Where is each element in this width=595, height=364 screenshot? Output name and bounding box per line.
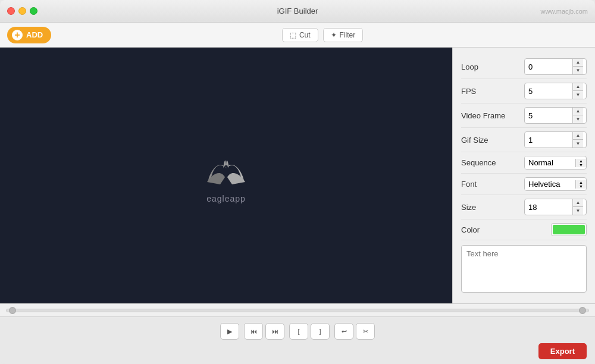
preview-area: eagleapp xyxy=(0,48,452,303)
toolbar: + ADD ⬚ Cut ✦ Filter xyxy=(0,23,595,48)
loop-input[interactable] xyxy=(525,61,572,73)
gif-size-increment[interactable]: ▲ xyxy=(573,132,583,140)
toolbar-center: ⬚ Cut ✦ Filter xyxy=(57,28,588,42)
timeline-track[interactable] xyxy=(6,309,589,312)
fps-row: FPS ▲ ▼ xyxy=(461,79,587,103)
fps-increment[interactable]: ▲ xyxy=(573,83,583,91)
video-frame-stepper: ▲ ▼ xyxy=(572,108,583,123)
loop-stepper: ▲ ▼ xyxy=(572,59,583,74)
minimize-button[interactable] xyxy=(18,7,26,15)
video-frame-input[interactable] xyxy=(525,109,572,122)
sequence-label: Sequence xyxy=(461,158,509,167)
traffic-lights xyxy=(7,7,37,15)
maximize-button[interactable] xyxy=(30,7,37,15)
loop-input-wrap: ▲ ▼ xyxy=(524,58,587,75)
plus-icon: + xyxy=(12,30,23,40)
color-label: Color xyxy=(461,225,509,234)
gif-size-select-wrap: ▲ ▼ xyxy=(524,131,587,148)
bottom-area: ▶ ⏮ ⏭ [ ] ↩ ✂ Export xyxy=(0,303,595,364)
fps-label: FPS xyxy=(461,87,509,96)
undo-button[interactable]: ↩ xyxy=(334,323,353,340)
sequence-select-wrap: Normal Reverse Ping-Pong ▲▼ xyxy=(524,156,587,170)
app-name-label: eagleapp xyxy=(206,194,246,203)
font-row: Font Helvetica Arial Times New Roman Geo… xyxy=(461,174,587,195)
export-button[interactable]: Export xyxy=(538,343,587,359)
cut-label: Cut xyxy=(299,31,311,39)
controls-row: ▶ ⏮ ⏭ [ ] ↩ ✂ xyxy=(0,317,595,343)
filter-button[interactable]: ✦ Filter xyxy=(323,28,364,42)
gif-size-input[interactable] xyxy=(525,134,572,146)
size-input-wrap: ▲ ▼ xyxy=(524,199,587,215)
main-content: eagleapp Loop ▲ ▼ FPS ▲ ▼ xyxy=(0,48,595,303)
size-decrement[interactable]: ▼ xyxy=(573,207,583,215)
color-swatch xyxy=(553,225,585,234)
scissors-button[interactable]: ✂ xyxy=(356,323,375,340)
font-select-arrow: ▲▼ xyxy=(575,180,586,189)
skip-forward-button[interactable]: ⏭ xyxy=(265,323,284,340)
loop-increment[interactable]: ▲ xyxy=(573,59,583,67)
font-select-wrap: Helvetica Arial Times New Roman Georgia … xyxy=(524,177,587,191)
color-row: Color xyxy=(461,219,587,240)
video-frame-input-wrap: ▲ ▼ xyxy=(524,107,587,124)
fps-input-wrap: ▲ ▼ xyxy=(524,83,587,99)
filter-label: Filter xyxy=(340,31,356,39)
loop-decrement[interactable]: ▼ xyxy=(573,67,583,74)
size-input[interactable] xyxy=(525,201,572,214)
add-label: ADD xyxy=(26,30,43,39)
loop-row: Loop ▲ ▼ xyxy=(461,55,587,79)
edit-controls: ↩ ✂ xyxy=(334,323,375,340)
eagle-logo: eagleapp xyxy=(202,148,250,203)
timeline-bar xyxy=(0,304,595,317)
size-row: Size ▲ ▼ xyxy=(461,195,587,219)
cut-icon: ⬚ xyxy=(290,31,296,39)
sequence-row: Sequence Normal Reverse Ping-Pong ▲▼ xyxy=(461,152,587,174)
title-bar: iGIF Builder www.macjb.com xyxy=(0,0,595,23)
fps-input[interactable] xyxy=(525,85,572,98)
eagle-logo-svg xyxy=(202,148,250,189)
fps-decrement[interactable]: ▼ xyxy=(573,91,583,99)
timeline-thumb-left[interactable] xyxy=(9,307,16,314)
text-area-wrap xyxy=(461,245,587,296)
bracket-in-button[interactable]: [ xyxy=(289,323,308,340)
gif-size-row: Gif Size ▲ ▼ xyxy=(461,128,587,152)
font-select[interactable]: Helvetica Arial Times New Roman Georgia xyxy=(525,178,575,190)
video-frame-decrement[interactable]: ▼ xyxy=(573,115,583,123)
fps-stepper: ▲ ▼ xyxy=(572,83,583,99)
font-label: Font xyxy=(461,180,509,189)
skip-back-button[interactable]: ⏮ xyxy=(244,323,263,340)
gif-size-label: Gif Size xyxy=(461,136,509,145)
loop-label: Loop xyxy=(461,62,509,71)
add-button[interactable]: + ADD xyxy=(7,27,51,43)
size-label: Size xyxy=(461,203,509,212)
text-input[interactable] xyxy=(461,245,587,293)
bracket-out-button[interactable]: ] xyxy=(311,323,330,340)
gif-size-stepper: ▲ ▼ xyxy=(572,132,583,148)
export-area: Export xyxy=(0,343,595,364)
filter-icon: ✦ xyxy=(331,31,337,39)
play-button[interactable]: ▶ xyxy=(220,323,239,340)
size-stepper: ▲ ▼ xyxy=(572,199,583,215)
watermark-text: www.macjb.com xyxy=(541,8,588,15)
sequence-select-arrow: ▲▼ xyxy=(575,159,586,167)
cut-button[interactable]: ⬚ Cut xyxy=(282,28,318,42)
skip-controls: ⏮ ⏭ xyxy=(244,323,284,340)
video-frame-label: Video Frame xyxy=(461,111,509,120)
color-picker-button[interactable] xyxy=(551,223,587,236)
timeline-thumb-right[interactable] xyxy=(579,307,586,314)
bracket-controls: [ ] xyxy=(289,323,330,340)
gif-size-decrement[interactable]: ▼ xyxy=(573,140,583,148)
video-frame-increment[interactable]: ▲ xyxy=(573,108,583,115)
color-field xyxy=(551,223,587,236)
sequence-select[interactable]: Normal Reverse Ping-Pong xyxy=(525,156,575,169)
size-increment[interactable]: ▲ xyxy=(573,199,583,207)
video-frame-row: Video Frame ▲ ▼ xyxy=(461,103,587,128)
close-button[interactable] xyxy=(7,7,15,15)
window-title: iGIF Builder xyxy=(277,7,318,15)
right-panel: Loop ▲ ▼ FPS ▲ ▼ Video Frame xyxy=(452,48,595,303)
